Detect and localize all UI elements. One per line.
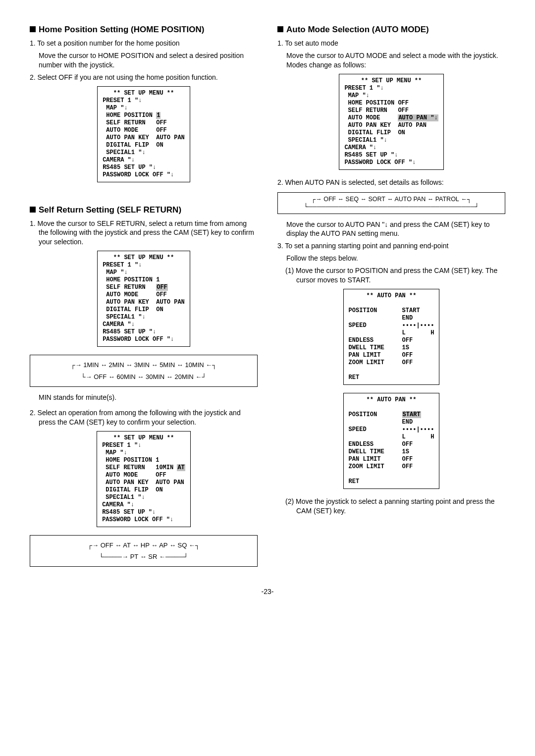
cycle-row-2: └────→ PT ↔ SR ←────┘ bbox=[35, 551, 252, 562]
home-step-1: 1. To set a position number for the home… bbox=[30, 39, 258, 48]
menu-line: SELF RETURN 10MIN bbox=[102, 464, 177, 471]
auto-pan-menu-1: ** AUTO PAN ** POSITION START END SPEED … bbox=[343, 289, 440, 385]
menu-line: SPECIAL1 "↓ bbox=[103, 149, 145, 156]
page-number: -23- bbox=[30, 588, 505, 595]
menu-line: POSITION START bbox=[349, 307, 420, 314]
home-step-1-detail: Move the cursor to HOME POSITION and sel… bbox=[30, 51, 258, 70]
menu-line: CAMERA "↓ bbox=[103, 157, 135, 163]
menu-line: SPECIAL1 "↓ bbox=[344, 137, 387, 144]
menu-line: END bbox=[349, 315, 413, 322]
menu-line: PRESET 1 "↓ bbox=[344, 85, 383, 92]
operation-cycle-diagram: ┌→ OFF ↔ AT ↔ HP ↔ AP ↔ SQ ←┐ └────→ PT … bbox=[30, 535, 258, 567]
heading-text: Home Position Setting (HOME POSITION) bbox=[39, 25, 204, 35]
menu-line: SPECIAL1 "↓ bbox=[103, 314, 145, 321]
auto-mode-cycle: ┌→ OFF ↔ SEQ ↔ SORT ↔ AUTO PAN ↔ PATROL … bbox=[277, 192, 505, 214]
min-note: MIN stands for minute(s). bbox=[39, 393, 258, 402]
square-bullet-icon bbox=[30, 207, 36, 213]
menu-line: RS485 SET UP "↓ bbox=[102, 509, 156, 516]
auto-step-3: 3. To set a panning starting point and p… bbox=[277, 241, 505, 251]
menu-line: AUTO PAN KEY AUTO PAN bbox=[102, 479, 184, 486]
menu-line: PASSWORD LOCK OFF "↓ bbox=[103, 171, 174, 178]
auto-step-2-detail: Move the cursor to AUTO PAN "↓ and press… bbox=[277, 220, 505, 239]
heading-text: Self Return Setting (SELF RETURN) bbox=[39, 205, 181, 215]
home-step-2: 2. Select OFF if you are not using the h… bbox=[30, 73, 258, 82]
menu-line: PRESET 1 "↓ bbox=[103, 262, 142, 269]
auto-step-2: 2. When AUTO PAN is selected, set detail… bbox=[277, 178, 505, 187]
self-step-1: 1. Move the cursor to SELF RETURN, selec… bbox=[30, 219, 258, 247]
menu-line: HOME POSITION 1 bbox=[102, 457, 159, 464]
home-position-heading: Home Position Setting (HOME POSITION) bbox=[30, 25, 258, 35]
menu-line: AUTO MODE bbox=[344, 114, 398, 121]
self-step-2: 2. Select an operation from among the fo… bbox=[30, 408, 258, 427]
menu-title: ** SET UP MENU ** bbox=[344, 77, 438, 85]
menu-line: PRESET 1 "↓ bbox=[102, 442, 141, 449]
self-return-heading: Self Return Setting (SELF RETURN) bbox=[30, 205, 258, 215]
setup-menu-3: ** SET UP MENU **PRESET 1 "↓ MAP "↓ HOME… bbox=[97, 431, 191, 527]
menu-line: PRESET 1 "↓ bbox=[103, 97, 142, 104]
menu-line: CAMERA "↓ bbox=[103, 321, 135, 328]
menu-line: MAP "↓ bbox=[344, 92, 369, 99]
menu-line: DIGITAL FLIP ON bbox=[344, 129, 405, 136]
menu-line: RS485 SET UP "↓ bbox=[103, 328, 156, 335]
menu-line: PAN LIMIT OFF bbox=[349, 352, 413, 359]
menu-line: RET bbox=[349, 478, 360, 485]
setup-menu-2: ** SET UP MENU **PRESET 1 "↓ MAP "↓ HOME… bbox=[97, 251, 190, 347]
menu-line: PASSWORD LOCK OFF "↓ bbox=[344, 159, 416, 166]
highlighted-value: AT bbox=[177, 464, 185, 471]
menu-line: L H bbox=[349, 433, 434, 440]
menu-line: END bbox=[349, 419, 413, 426]
menu-title: ** SET UP MENU ** bbox=[103, 254, 185, 262]
setup-menu-auto: ** SET UP MENU **PRESET 1 "↓ MAP "↓ HOME… bbox=[339, 74, 443, 170]
menu-line: DIGITAL FLIP ON bbox=[102, 486, 162, 493]
menu-line: ZOOM LIMIT OFF bbox=[349, 463, 413, 470]
menu-title: ** AUTO PAN ** bbox=[349, 396, 434, 404]
menu-line: RS485 SET UP "↓ bbox=[103, 164, 156, 171]
menu-line: POSITION bbox=[349, 411, 402, 418]
auto-substep-2: (2) Move the joystick to select a pannin… bbox=[277, 497, 505, 516]
menu-line: AUTO PAN KEY AUTO PAN bbox=[344, 122, 427, 129]
highlighted-value: OFF bbox=[156, 284, 168, 291]
menu-line: HOME POSITION 1 bbox=[103, 276, 160, 283]
menu-line: ENDLESS OFF bbox=[349, 337, 413, 344]
left-column: Home Position Setting (HOME POSITION) 1.… bbox=[30, 25, 258, 573]
menu-line: AUTO MODE OFF bbox=[102, 472, 166, 479]
menu-line: DIGITAL FLIP ON bbox=[103, 142, 163, 149]
cycle-row-2: └→ OFF ↔ 60MIN ↔ 30MIN ↔ 20MIN ←┘ bbox=[35, 371, 252, 382]
auto-step-1: 1. To set auto mode bbox=[277, 39, 505, 48]
setup-menu-1: ** SET UP MENU **PRESET 1 "↓ MAP "↓ HOME… bbox=[97, 86, 190, 182]
menu-line: CAMERA "↓ bbox=[102, 501, 134, 508]
menu-line: RET bbox=[349, 374, 360, 381]
auto-mode-heading: Auto Mode Selection (AUTO MODE) bbox=[277, 25, 505, 35]
menu-line: AUTO PAN KEY AUTO PAN bbox=[103, 134, 185, 141]
menu-line: SELF RETURN OFF bbox=[344, 107, 409, 114]
cycle-row-1: ┌→ OFF ↔ AT ↔ HP ↔ AP ↔ SQ ←┐ bbox=[35, 540, 252, 551]
menu-line: MAP "↓ bbox=[103, 105, 127, 111]
menu-line: HOME POSITION OFF bbox=[344, 100, 409, 107]
menu-line: AUTO PAN KEY AUTO PAN bbox=[103, 299, 185, 306]
menu-line: ENDLESS OFF bbox=[349, 441, 413, 448]
menu-line: PAN LIMIT OFF bbox=[349, 456, 413, 463]
auto-pan-menu-2: ** AUTO PAN ** POSITION START END SPEED … bbox=[343, 393, 440, 489]
menu-line: PASSWORD LOCK OFF "↓ bbox=[103, 336, 174, 343]
time-cycle-diagram: ┌→ 1MIN ↔ 2MIN ↔ 3MIN ↔ 5MIN ↔ 10MIN ←┐ … bbox=[30, 355, 258, 387]
menu-title: ** SET UP MENU ** bbox=[103, 90, 185, 97]
menu-line: AUTO MODE OFF bbox=[103, 291, 167, 298]
cycle-row-1: ┌→ 1MIN ↔ 2MIN ↔ 3MIN ↔ 5MIN ↔ 10MIN ←┐ bbox=[35, 359, 252, 371]
highlighted-value: AUTO PAN "↓ bbox=[398, 114, 438, 121]
right-column: Auto Mode Selection (AUTO MODE) 1. To se… bbox=[277, 25, 505, 573]
auto-step-3-detail: Follow the steps below. bbox=[277, 254, 505, 263]
menu-line: CAMERA "↓ bbox=[344, 144, 376, 151]
menu-line: L H bbox=[349, 329, 434, 336]
menu-line: MAP "↓ bbox=[102, 449, 127, 456]
menu-line: MAP "↓ bbox=[103, 269, 127, 276]
heading-text: Auto Mode Selection (AUTO MODE) bbox=[286, 25, 429, 35]
menu-line: AUTO MODE OFF bbox=[103, 127, 167, 134]
menu-line: DWELL TIME 1S bbox=[349, 344, 409, 351]
menu-line: DWELL TIME 1S bbox=[349, 448, 409, 455]
menu-title: ** AUTO PAN ** bbox=[349, 292, 434, 300]
menu-line: SPEED ••••|•••• bbox=[349, 322, 434, 329]
menu-line: DIGITAL FLIP ON bbox=[103, 306, 163, 313]
highlighted-value: START bbox=[402, 411, 421, 418]
menu-line: SPECIAL1 "↓ bbox=[102, 494, 145, 501]
menu-title: ** SET UP MENU ** bbox=[102, 434, 185, 442]
